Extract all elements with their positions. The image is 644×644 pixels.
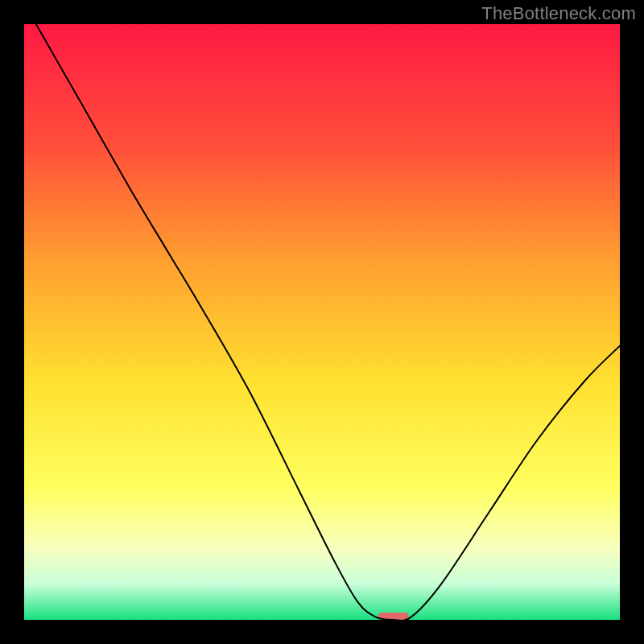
gradient-background xyxy=(24,24,620,620)
chart-svg xyxy=(24,24,620,620)
plot-area xyxy=(24,24,620,620)
watermark-text: TheBottleneck.com xyxy=(481,3,636,24)
chart-frame: TheBottleneck.com xyxy=(0,0,644,644)
